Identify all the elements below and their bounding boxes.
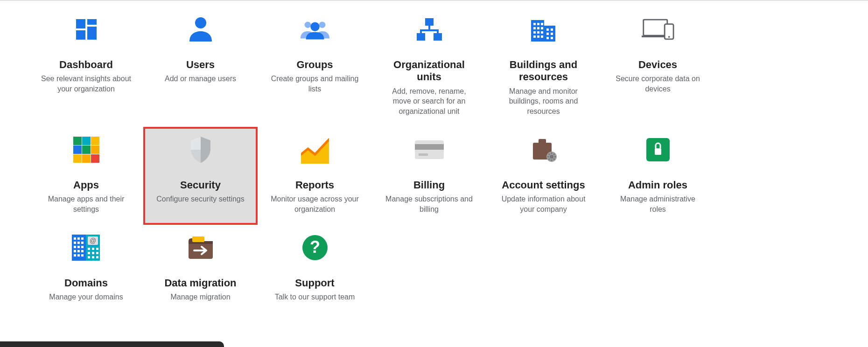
tile-account[interactable]: Account settings Update information abou…: [486, 127, 601, 225]
tile-dashboard[interactable]: Dashboard See relevant insights about yo…: [29, 7, 143, 127]
reports-icon: [299, 133, 331, 166]
admin-tile-grid: Dashboard See relevant insights about yo…: [29, 7, 715, 323]
tile-reports[interactable]: Reports Monitor usage across your organi…: [258, 127, 372, 225]
svg-rect-35: [643, 20, 667, 35]
svg-rect-87: [92, 248, 94, 250]
svg-point-6: [319, 21, 325, 28]
svg-rect-22: [541, 27, 543, 29]
svg-rect-28: [541, 35, 543, 38]
svg-rect-66: [655, 148, 661, 155]
tile-title: Billing: [413, 179, 445, 191]
svg-rect-81: [77, 254, 80, 257]
tile-title: Data migration: [164, 277, 236, 289]
svg-rect-1: [87, 19, 97, 25]
svg-rect-76: [81, 246, 84, 248]
svg-rect-20: [533, 27, 536, 29]
svg-rect-18: [537, 23, 539, 25]
tile-desc: Add, remove, rename, move or search for …: [383, 86, 476, 117]
svg-rect-90: [92, 252, 94, 254]
svg-rect-52: [419, 153, 428, 156]
tile-desc: See relevant insights about your organiz…: [40, 74, 133, 94]
svg-rect-24: [537, 31, 539, 34]
svg-rect-69: [77, 237, 80, 240]
support-icon: ?: [299, 231, 331, 264]
tile-security[interactable]: Security Configure security settings: [143, 127, 258, 225]
svg-point-38: [668, 36, 670, 38]
svg-rect-51: [415, 144, 444, 150]
svg-rect-47: [91, 154, 99, 163]
tile-desc: Manage your domains: [49, 292, 123, 302]
svg-rect-25: [541, 31, 543, 34]
svg-rect-68: [74, 237, 76, 240]
tile-desc: Manage apps and their settings: [40, 194, 133, 214]
tile-admin-roles[interactable]: Admin roles Manage administrative roles: [601, 127, 715, 225]
svg-point-56: [550, 155, 553, 159]
tile-groups[interactable]: Groups Create groups and mailing lists: [258, 7, 372, 127]
svg-rect-82: [81, 254, 84, 257]
svg-text:@: @: [89, 237, 96, 244]
svg-rect-45: [73, 154, 82, 163]
tile-desc: Monitor usage across your organization: [268, 194, 362, 214]
svg-rect-78: [77, 250, 80, 252]
tile-desc: Update information about your company: [497, 194, 590, 214]
svg-rect-41: [91, 137, 99, 145]
svg-rect-27: [537, 35, 539, 38]
top-divider: [0, 0, 868, 1]
tile-title: Apps: [73, 179, 99, 191]
tile-title: Admin roles: [628, 179, 687, 191]
svg-rect-91: [96, 252, 98, 254]
tile-devices[interactable]: Devices Secure corporate data on devices: [601, 7, 715, 127]
tile-title: Groups: [296, 59, 333, 71]
tile-desc: Talk to our support team: [275, 292, 355, 302]
svg-rect-17: [533, 23, 536, 25]
security-icon: [184, 133, 217, 166]
admin-roles-icon: [642, 133, 674, 166]
tile-data-migration[interactable]: Data migration Manage migration: [143, 225, 258, 323]
svg-point-4: [195, 17, 206, 28]
tile-billing[interactable]: Billing Manage subscriptions and billing: [372, 127, 486, 225]
svg-rect-12: [420, 29, 439, 31]
svg-line-61: [548, 153, 549, 154]
tile-users[interactable]: Users Add or manage users: [143, 7, 258, 127]
tile-desc: Manage administrative roles: [611, 194, 705, 214]
users-icon: [184, 13, 217, 46]
svg-rect-88: [96, 248, 98, 250]
tile-desc: Manage and monitor buildings, rooms and …: [497, 86, 590, 117]
svg-point-5: [304, 21, 311, 28]
svg-rect-75: [77, 246, 80, 248]
svg-line-64: [553, 153, 554, 154]
buildings-icon: [527, 13, 560, 46]
tile-org-units[interactable]: Organizational units Add, remove, rename…: [372, 7, 486, 127]
svg-rect-3: [76, 30, 85, 40]
svg-rect-21: [537, 27, 539, 29]
svg-line-62: [553, 159, 554, 160]
svg-rect-40: [82, 137, 91, 145]
svg-rect-14: [437, 29, 439, 34]
svg-rect-94: [96, 256, 98, 258]
svg-rect-29: [546, 28, 549, 31]
tile-apps[interactable]: Apps Manage apps and their settings: [29, 127, 143, 225]
tile-support[interactable]: ? Support Talk to our support team: [258, 225, 372, 323]
svg-rect-44: [91, 146, 99, 154]
svg-rect-79: [81, 250, 84, 252]
tile-desc: Manage migration: [170, 292, 230, 302]
svg-rect-74: [74, 246, 76, 248]
svg-rect-2: [87, 27, 97, 40]
devices-icon: [642, 13, 674, 46]
svg-rect-30: [551, 28, 553, 31]
svg-line-63: [548, 159, 549, 160]
svg-rect-80: [74, 254, 76, 257]
svg-rect-93: [92, 256, 94, 258]
svg-rect-10: [434, 33, 442, 41]
svg-rect-92: [88, 256, 90, 258]
tile-domains[interactable]: @ Domains Manage your domains: [29, 225, 143, 323]
domains-icon: @: [70, 231, 103, 264]
tile-title: Account settings: [502, 179, 585, 191]
svg-rect-86: [88, 248, 90, 250]
svg-rect-96: [192, 236, 204, 242]
svg-rect-72: [77, 242, 80, 244]
apps-icon: [70, 133, 103, 166]
tile-title: Support: [295, 277, 334, 289]
tile-buildings[interactable]: Buildings and resources Manage and monit…: [486, 7, 601, 127]
tile-title: Organizational units: [383, 59, 476, 83]
